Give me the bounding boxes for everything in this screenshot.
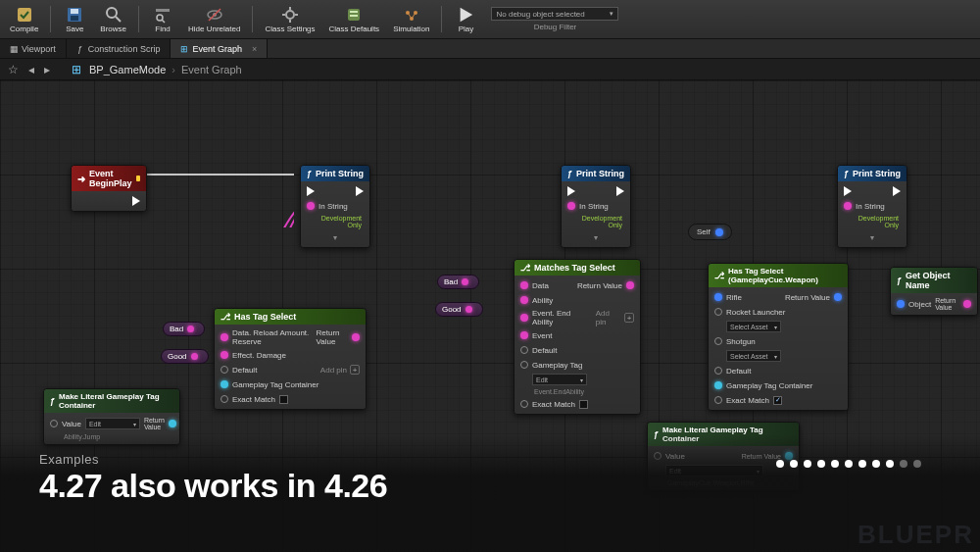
pin-default[interactable] <box>714 367 722 375</box>
pin-self-out[interactable] <box>715 228 723 236</box>
pin-option[interactable] <box>520 296 528 304</box>
pin-default[interactable] <box>520 346 528 354</box>
pin-exact[interactable] <box>220 395 228 403</box>
pin-gameplay-tag[interactable] <box>520 361 528 369</box>
asset-select[interactable]: Select Asset <box>726 321 781 332</box>
pin-option[interactable] <box>520 281 528 289</box>
tab-event-graph[interactable]: ⊞Event Graph× <box>171 39 268 58</box>
compile-button[interactable]: Compile <box>4 2 44 36</box>
node-matches-tag-select[interactable]: ⎇Matches Tag Select DataReturn Value Abi… <box>514 259 641 415</box>
pin-default[interactable] <box>220 366 228 374</box>
simulation-button[interactable]: Simulation <box>387 2 435 36</box>
node-print-string-1[interactable]: ƒPrint String In String Development Only… <box>300 165 370 248</box>
pill-bad-1[interactable]: Bad <box>163 322 205 336</box>
node-print-string-3[interactable]: ƒPrint String In String Development Only… <box>837 165 907 248</box>
pin-object[interactable] <box>897 300 905 308</box>
function-icon: ƒ <box>897 276 902 285</box>
main-toolbar: Compile Save Browse Find Hide Unrelated … <box>0 0 980 39</box>
pill-good-1[interactable]: Good <box>161 349 209 364</box>
pin-option[interactable] <box>714 337 722 345</box>
node-print-string-2[interactable]: ƒPrint String In String Development Only… <box>561 165 631 248</box>
node-header: ⎇Has Tag Select <box>215 309 366 325</box>
close-icon[interactable]: × <box>252 44 257 54</box>
svg-line-5 <box>116 17 121 22</box>
class-settings-button[interactable]: Class Settings <box>259 2 320 36</box>
pin-option[interactable] <box>520 331 528 339</box>
pin-option[interactable] <box>220 333 228 341</box>
exec-out-pin[interactable] <box>356 186 364 196</box>
tab-construction-script[interactable]: ƒConstruction Scrip <box>67 39 172 58</box>
exec-out-pin[interactable] <box>616 186 624 196</box>
pin-in-string[interactable] <box>844 202 852 210</box>
exec-out-pin[interactable] <box>132 196 140 206</box>
tab-viewport[interactable]: ▦Viewport <box>0 39 67 58</box>
save-icon <box>66 6 83 24</box>
pin-exact[interactable] <box>714 396 722 404</box>
pin-in-string[interactable] <box>567 202 575 210</box>
exec-in-pin[interactable] <box>307 186 315 196</box>
viewport-icon: ▦ <box>10 45 18 53</box>
pill-bad-2[interactable]: Bad <box>437 275 479 289</box>
pin-in-string[interactable] <box>307 202 315 210</box>
chevron-down-icon[interactable]: ▾ <box>870 233 874 242</box>
debug-object-select[interactable]: No debug object selected <box>491 7 618 21</box>
pin-out[interactable] <box>466 306 472 313</box>
pin-return[interactable] <box>626 281 634 289</box>
class-defaults-button[interactable]: Class Defaults <box>323 2 386 36</box>
pin-out[interactable] <box>187 326 194 332</box>
svg-line-24 <box>412 13 416 19</box>
node-header: ƒPrint String <box>838 166 906 181</box>
add-pin-button[interactable]: Add pin+ <box>596 309 634 326</box>
chevron-down-icon[interactable]: ▾ <box>333 233 337 242</box>
pin-option[interactable] <box>714 308 722 316</box>
node-self[interactable]: Self <box>688 224 732 240</box>
toolbar-separator <box>50 6 51 32</box>
pin-container[interactable] <box>714 381 722 389</box>
hide-unrelated-button[interactable]: Hide Unrelated <box>182 2 246 36</box>
toolbar-label: Hide Unrelated <box>188 25 240 33</box>
pin-return[interactable] <box>352 333 360 341</box>
nav-forward-icon[interactable]: ▸ <box>42 63 52 76</box>
chevron-down-icon[interactable]: ▾ <box>594 233 598 242</box>
pin-option[interactable] <box>220 351 228 359</box>
pin-out[interactable] <box>462 278 468 285</box>
save-button[interactable]: Save <box>57 2 92 36</box>
asset-select[interactable]: Select Asset <box>726 350 781 362</box>
branch-icon: ⎇ <box>520 263 530 273</box>
pin-option[interactable] <box>520 314 528 322</box>
pin-container[interactable] <box>220 380 228 388</box>
breadcrumb-asset[interactable]: BP_GameMode <box>89 64 166 75</box>
add-pin-button[interactable]: Add pin+ <box>320 365 360 375</box>
pin-out[interactable] <box>191 353 198 360</box>
toolbar-label: Find <box>155 25 171 33</box>
play-button[interactable]: Play <box>448 2 483 36</box>
svg-point-4 <box>107 8 117 18</box>
pin-return[interactable] <box>169 420 176 427</box>
tag-edit-select[interactable]: Edit <box>532 374 587 385</box>
node-event-beginplay[interactable]: ➜ Event BeginPlay <box>71 165 147 212</box>
node-get-object-name[interactable]: ƒGet Object Name ObjectReturn Value <box>890 267 978 316</box>
pin-return[interactable] <box>834 293 842 301</box>
exact-match-checkbox[interactable] <box>579 400 588 409</box>
exec-out-pin[interactable] <box>893 186 901 196</box>
browse-button[interactable]: Browse <box>94 2 132 36</box>
nav-back-icon[interactable]: ◂ <box>26 63 36 76</box>
node-has-tag-select[interactable]: ⎇Has Tag Select Data. Reload Amount. Res… <box>214 308 367 410</box>
exec-in-pin[interactable] <box>844 186 852 196</box>
pin-exact[interactable] <box>520 400 528 408</box>
exec-in-pin[interactable] <box>567 186 575 196</box>
toolbar-separator <box>138 6 139 32</box>
exact-match-checkbox[interactable] <box>279 395 288 404</box>
node-has-tag-select-weapon[interactable]: ⎇Has Tag Select (GameplayCue.Weapon) Rif… <box>708 263 849 411</box>
breadcrumb-graph[interactable]: Event Graph <box>181 64 242 75</box>
favorite-icon[interactable]: ☆ <box>6 63 21 76</box>
tag-edit-select[interactable]: Edit <box>85 418 140 429</box>
node-header: ƒGet Object Name <box>891 268 977 293</box>
pill-good-2[interactable]: Good <box>435 302 483 317</box>
exact-match-checkbox[interactable]: ✓ <box>773 396 782 405</box>
tag-value-label: Event.EndAbility <box>534 388 634 395</box>
pin-option[interactable] <box>714 293 722 301</box>
pin-return[interactable] <box>963 300 971 308</box>
find-button[interactable]: Find <box>145 2 180 36</box>
pin-value[interactable] <box>50 420 58 427</box>
